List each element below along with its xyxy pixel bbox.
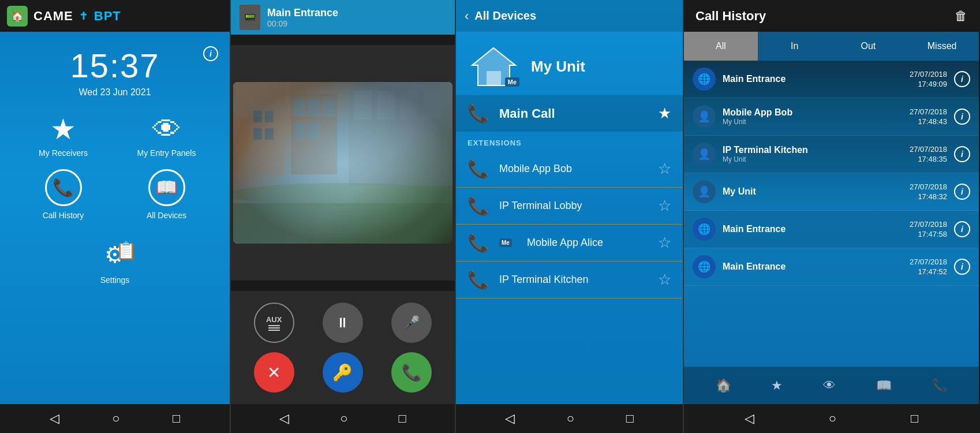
- main-call-row[interactable]: 📞 Main Call ★: [456, 95, 683, 132]
- ch-name-4: Main Entrance: [723, 224, 903, 234]
- ext-star-3[interactable]: ☆: [658, 271, 671, 289]
- settings-section[interactable]: ⚙ 📋 Settings: [0, 232, 230, 290]
- ch-name-3: My Unit: [723, 186, 903, 197]
- s4-home-nav[interactable]: ○: [829, 411, 836, 426]
- ch-row-0[interactable]: 🌐 Main Entrance 27/07/2018 17:49:09 i: [684, 61, 979, 98]
- tab-out[interactable]: Out: [832, 32, 906, 61]
- s4-recent-nav[interactable]: □: [911, 411, 918, 426]
- screen-all-devices: ‹ All Devices Me My Unit 📞 Main Call ★ E…: [456, 0, 684, 433]
- aux-button[interactable]: AUX: [254, 303, 294, 343]
- ch-info-btn-3[interactable]: i: [954, 184, 970, 200]
- ch-date-5: 27/07/2018: [910, 257, 947, 266]
- s2-back-nav[interactable]: ◁: [279, 411, 289, 426]
- nav-call-history[interactable]: 📞 Call History: [17, 169, 109, 220]
- tab-missed[interactable]: Missed: [905, 32, 979, 61]
- unit-name: My Unit: [531, 58, 585, 76]
- ch-time-5: 17:47:52: [918, 267, 947, 276]
- unit-section: Me My Unit: [456, 32, 683, 95]
- main-call-star-icon[interactable]: ★: [658, 104, 671, 122]
- ext-ip-lobby[interactable]: 📞 IP Terminal Lobby ☆: [456, 188, 683, 225]
- s3-back-nav[interactable]: ◁: [505, 411, 515, 426]
- main-grid: ★ My Receivers 👁 My Entry Panels 📞 Call …: [0, 103, 230, 232]
- logo-bpt: BPT: [94, 9, 121, 24]
- s4-system-nav: ◁ ○ □: [684, 404, 979, 433]
- s2-home-nav[interactable]: ○: [340, 411, 347, 426]
- ch-name-1: Mobile App Bob: [723, 107, 903, 118]
- ch-date-1: 27/07/2018: [910, 107, 947, 116]
- ch-row-1[interactable]: 👤 Mobile App Bob My Unit 27/07/2018 17:4…: [684, 98, 979, 136]
- mute-button[interactable]: 🎤: [391, 303, 432, 343]
- bnav-phone[interactable]: 📞: [932, 378, 947, 393]
- ch-time-1: 17:48:43: [918, 117, 947, 126]
- s4-bottom-nav-icons: 🏠 ★ 👁 📖 📞: [684, 367, 979, 404]
- ext-star-1[interactable]: ☆: [658, 197, 671, 215]
- home-nav-button[interactable]: ○: [112, 411, 119, 426]
- camera-fisheye-view: [233, 82, 452, 244]
- bnav-star[interactable]: ★: [771, 378, 783, 393]
- s2-recent-nav[interactable]: □: [399, 411, 406, 426]
- ch-row-2[interactable]: 👤 IP Terminal Kitchen My Unit 27/07/2018…: [684, 136, 979, 173]
- ch-time-2: 17:48:35: [918, 155, 947, 163]
- star-icon: ★: [50, 115, 76, 144]
- controls-row-top: AUX ⏸ 🎤: [240, 303, 446, 343]
- ext-star-2[interactable]: ☆: [658, 234, 671, 252]
- ext-phone-icon-3: 📞: [467, 270, 489, 290]
- ch-avatar-3: 👤: [693, 180, 716, 203]
- screen-active-call: 📟 Main Entrance 00:09: [231, 0, 456, 433]
- ext-mobile-alice[interactable]: 📞 Me Mobile App Alice ☆: [456, 225, 683, 262]
- ch-time-4: 17:47:58: [918, 230, 947, 238]
- ch-info-btn-2[interactable]: i: [954, 146, 970, 162]
- app-logo-icon: 🏠: [7, 6, 28, 27]
- nav-all-devices[interactable]: 📖 All Devices: [121, 169, 212, 220]
- s4-back-nav[interactable]: ◁: [745, 411, 754, 426]
- s3-page-title: All Devices: [474, 9, 536, 23]
- s3-recent-nav[interactable]: □: [626, 411, 634, 426]
- nav-my-receivers[interactable]: ★ My Receivers: [17, 115, 109, 158]
- ch-name-5: Main Entrance: [723, 262, 903, 272]
- answer-button[interactable]: 📞: [391, 352, 432, 393]
- ext-ip-kitchen[interactable]: 📞 IP Terminal Kitchen ☆: [456, 262, 683, 298]
- ch-info-btn-1[interactable]: i: [954, 109, 970, 125]
- ch-row-5[interactable]: 🌐 Main Entrance 27/07/2018 17:47:52 i: [684, 248, 979, 286]
- ch-date-4: 27/07/2018: [910, 220, 947, 229]
- ch-date-3: 27/07/2018: [910, 182, 947, 191]
- pause-button[interactable]: ⏸: [323, 303, 363, 343]
- nav-all-devices-label: All Devices: [147, 211, 186, 220]
- key-button[interactable]: 🔑: [323, 352, 363, 393]
- trash-icon[interactable]: 🗑: [955, 9, 967, 24]
- clock-display: 15:37: [70, 46, 159, 85]
- back-nav-button[interactable]: ◁: [50, 411, 59, 426]
- phone-circle-icon: 📞: [45, 169, 82, 206]
- tab-all[interactable]: All: [684, 32, 758, 61]
- ch-row-4[interactable]: 🌐 Main Entrance 27/07/2018 17:47:58 i: [684, 211, 979, 248]
- ch-info-btn-5[interactable]: i: [954, 259, 970, 275]
- bnav-home[interactable]: 🏠: [716, 378, 731, 393]
- ch-info-btn-4[interactable]: i: [954, 221, 970, 237]
- back-button[interactable]: ‹: [465, 9, 469, 24]
- call-history-list: 🌐 Main Entrance 27/07/2018 17:49:09 i 👤 …: [684, 61, 979, 367]
- ch-info-btn-0[interactable]: i: [954, 71, 970, 87]
- ext-mobile-bob[interactable]: 📞 Mobile App Bob ☆: [456, 151, 683, 188]
- camera-overlay-svg: [233, 82, 452, 244]
- bnav-book[interactable]: 📖: [876, 378, 892, 393]
- me-badge: Me: [505, 77, 519, 87]
- logo-cross: ✝: [79, 10, 88, 23]
- ch-avatar-0: 🌐: [693, 68, 716, 91]
- screen-call-history: Call History 🗑 All In Out Missed 🌐 Main …: [684, 0, 979, 433]
- bnav-eye[interactable]: 👁: [823, 378, 836, 393]
- ch-row-3[interactable]: 👤 My Unit 27/07/2018 17:48:32 i: [684, 173, 979, 211]
- recent-nav-button[interactable]: □: [173, 411, 180, 426]
- ch-meta-3: 27/07/2018 17:48:32: [910, 182, 947, 201]
- info-icon[interactable]: i: [203, 46, 218, 61]
- ext-star-0[interactable]: ☆: [658, 160, 671, 178]
- aux-inner: AUX: [266, 315, 282, 331]
- tab-in[interactable]: In: [758, 32, 832, 61]
- s3-bottom-nav: ◁ ○ □: [456, 404, 683, 433]
- nav-my-entry-panels[interactable]: 👁 My Entry Panels: [121, 115, 212, 158]
- extensions-header: EXTENSIONS: [456, 133, 683, 151]
- decline-button[interactable]: ✕: [254, 352, 294, 393]
- s3-home-nav[interactable]: ○: [567, 411, 574, 426]
- top-bar: 🏠 CAME ✝ BPT: [0, 0, 230, 32]
- ext-phone-icon-0: 📞: [467, 159, 489, 179]
- ext-name-3: IP Terminal Kitchen: [499, 274, 648, 286]
